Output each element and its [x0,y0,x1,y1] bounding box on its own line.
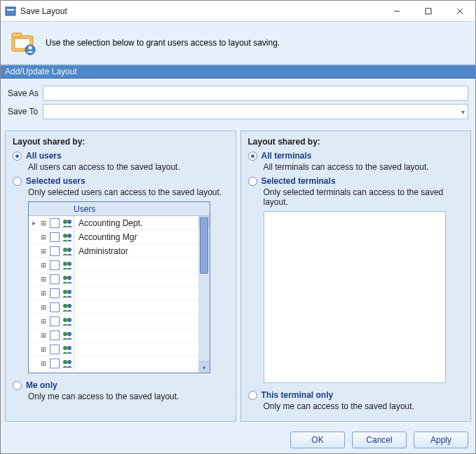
form-area: Save As Save To ▾ [1,79,475,126]
svg-rect-1 [7,9,14,11]
users-scrollbar[interactable]: ▴ ▾ [198,216,210,373]
users-icon [61,246,74,256]
table-row[interactable]: ⊞ [29,356,210,370]
save-as-input[interactable] [43,86,468,101]
svg-point-19 [63,276,67,280]
radio-this-terminal[interactable]: This terminal only [248,390,464,400]
users-grid-body: ▸⊞Accounting Dept.⊞Accounting Mgr⊞Admini… [29,216,210,373]
radio-selected-terminals-desc: Only selected terminals can access to th… [264,187,464,207]
row-checkbox[interactable] [50,232,60,242]
users-grid-header: Users [29,202,210,216]
expand-icon[interactable]: ⊞ [39,316,48,326]
section-header: Add/Update Layout [1,65,475,79]
ok-button[interactable]: OK [290,432,345,448]
expand-icon[interactable]: ⊞ [39,345,48,354]
users-icon [61,288,74,298]
svg-point-22 [67,290,72,294]
terminals-list[interactable] [264,211,446,383]
radio-label: Me only [26,380,57,390]
save-to-combo[interactable]: ▾ [43,104,468,119]
svg-point-12 [67,220,72,224]
apply-button[interactable]: Apply [414,432,468,448]
table-row[interactable]: ⊞ [29,300,210,314]
row-checkbox[interactable] [50,302,60,312]
table-row[interactable]: ⊞ [29,258,210,272]
scroll-down-icon[interactable]: ▾ [198,361,210,373]
row-checkbox[interactable] [50,218,60,228]
svg-point-20 [67,276,72,280]
svg-point-27 [63,332,67,336]
svg-point-15 [63,248,67,252]
radio-all-terminals-desc: All terminals can access to the saved la… [264,162,464,172]
close-button[interactable] [444,1,475,22]
row-checkbox[interactable] [50,260,60,270]
users-icon [61,345,74,354]
row-name: Accounting Mgr [74,232,137,242]
app-icon [5,6,16,17]
svg-rect-7 [12,33,22,37]
svg-point-18 [67,262,72,266]
expand-icon[interactable]: ⊞ [39,260,48,270]
svg-point-28 [67,332,72,336]
svg-point-14 [67,234,72,238]
svg-point-21 [63,290,67,294]
row-checkbox[interactable] [50,331,60,340]
cancel-button[interactable]: Cancel [352,432,407,448]
radio-this-terminal-desc: Only me can access to the saved layout. [264,401,464,411]
table-row[interactable]: ⊞ [29,342,210,356]
radio-icon [13,177,22,186]
expand-icon[interactable]: ⊞ [39,331,48,340]
users-grid[interactable]: Users ▸⊞Accounting Dept.⊞Accounting Mgr⊞… [28,201,210,373]
minimize-button[interactable] [381,1,412,22]
chevron-down-icon: ▾ [461,108,465,116]
maximize-button[interactable] [412,1,444,22]
users-panel-title: Layout shared by: [13,137,229,147]
table-row[interactable]: ⊞ [29,286,210,300]
row-checkbox[interactable] [50,345,60,354]
users-icon [61,232,74,242]
users-icon [61,302,74,312]
info-strip: Use the selection below to grant users a… [1,22,475,65]
expand-icon[interactable]: ⊞ [39,302,48,312]
table-row[interactable]: ⊞Accounting Mgr [29,230,210,244]
radio-all-terminals[interactable]: All terminals [248,151,464,161]
row-checkbox[interactable] [50,288,60,298]
svg-point-26 [67,318,72,322]
radio-icon [13,381,22,390]
radio-label: Selected users [26,176,86,186]
table-row[interactable]: ▸⊞Accounting Dept. [29,216,210,230]
expand-icon[interactable]: ⊞ [39,359,48,368]
expand-icon[interactable]: ⊞ [39,218,48,228]
table-row[interactable]: ⊞ [29,314,210,328]
svg-point-17 [63,262,67,266]
expand-icon[interactable]: ⊞ [39,274,48,284]
expand-icon[interactable]: ⊞ [39,232,48,242]
users-icon [61,218,74,228]
radio-label: This terminal only [261,390,334,400]
radio-label: Selected terminals [261,176,336,186]
users-icon [61,274,74,284]
table-row[interactable]: ⊞Administrator [29,244,210,258]
users-column-header[interactable]: Users [71,204,95,214]
row-checkbox[interactable] [50,274,60,284]
svg-point-24 [67,304,72,308]
row-name: Accounting Dept. [74,218,142,228]
users-icon [61,260,74,270]
svg-point-16 [67,248,72,252]
row-checkbox[interactable] [50,246,60,256]
radio-icon [248,152,257,161]
radio-selected-users[interactable]: Selected users [13,176,229,186]
radio-all-users[interactable]: All users [13,151,229,161]
expand-icon[interactable]: ⊞ [39,288,48,298]
window-title: Save Layout [20,6,381,16]
table-row[interactable]: ⊞ [29,328,210,342]
table-row[interactable]: ⊞ [29,272,210,286]
row-checkbox[interactable] [50,359,60,368]
radio-selected-terminals[interactable]: Selected terminals [248,176,464,186]
row-checkbox[interactable] [50,316,60,326]
scroll-thumb[interactable] [200,218,208,274]
radio-me-only[interactable]: Me only [13,380,229,390]
svg-point-30 [67,346,72,350]
title-bar: Save Layout [1,1,475,22]
expand-icon[interactable]: ⊞ [39,246,48,256]
